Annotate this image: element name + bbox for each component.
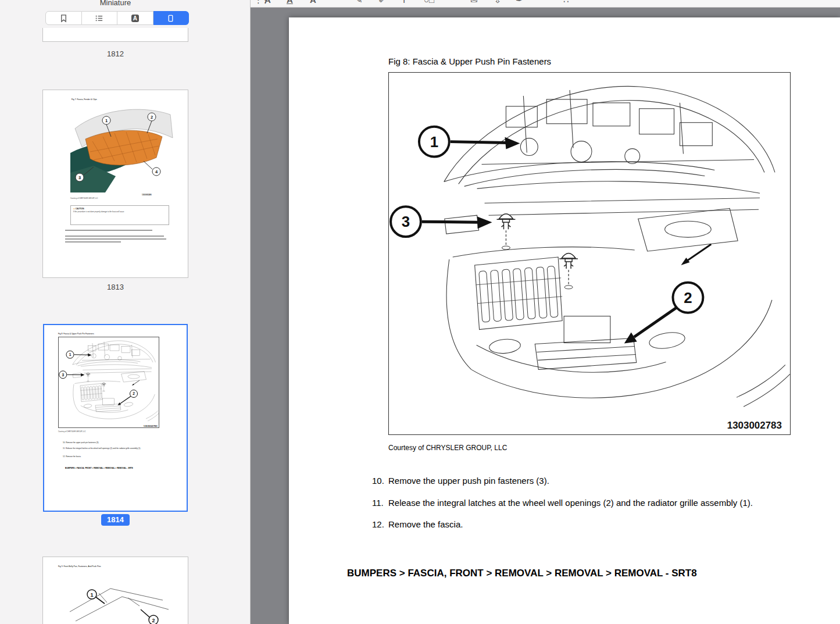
signature-icon[interactable]: ⇩ bbox=[494, 0, 502, 4]
more-tools-icon[interactable]: ∴ bbox=[563, 0, 569, 4]
mini-caution-box: ⚠ CAUTION: If this procedure is not done… bbox=[70, 205, 169, 225]
mini-fig8-courtesy: Courtesy of CHRYSLER GROUP, LLC bbox=[58, 430, 86, 433]
svg-text:1: 1 bbox=[105, 118, 108, 123]
note-icon[interactable]: ✉ bbox=[470, 0, 478, 4]
outline-tab[interactable] bbox=[82, 11, 118, 25]
bookmark-icon bbox=[59, 14, 68, 23]
document-area: ⋮⋮ A A A ✎ ✐ I ○□ ✉ ⇩ ✒ ∴ Fig 8: Fascia … bbox=[251, 0, 840, 624]
mini-step: 10. Remove the upper push pin fasteners … bbox=[63, 441, 169, 444]
page-thumbnail-next[interactable]: Fig 9: Front Belly Pan, Fasteners, And P… bbox=[42, 557, 188, 624]
underline-style-icon[interactable]: A bbox=[287, 0, 293, 4]
page-thumbnail-icon bbox=[166, 14, 175, 23]
mini-fig7-courtesy: Courtesy of CHRYSLER GROUP, LLC bbox=[70, 197, 98, 199]
figure-box bbox=[388, 72, 791, 435]
mini-step: 12. Remove the fascia. bbox=[63, 455, 169, 458]
text-style-icon[interactable]: A bbox=[264, 0, 271, 4]
thumbnail-sidebar: Miniature A bbox=[0, 0, 250, 624]
page-number-1812: 1812 bbox=[42, 49, 188, 58]
text-chip-icon: A bbox=[131, 15, 139, 22]
current-page-badge: 1814 bbox=[101, 514, 130, 526]
page-number-1813: 1813 bbox=[42, 283, 188, 291]
text-view-tab[interactable]: A bbox=[117, 11, 153, 25]
mini-text-line bbox=[65, 238, 166, 240]
pdf-page: Fig 8: Fascia & Upper Push Pin Fasteners… bbox=[289, 17, 840, 624]
mini-fig9-title: Fig 9: Front Belly Pan, Fasteners, And P… bbox=[58, 565, 101, 568]
courtesy-line: Courtesy of CHRYSLER GROUP, LLC bbox=[388, 444, 507, 452]
mini-text-line bbox=[65, 236, 164, 237]
svg-text:3: 3 bbox=[78, 175, 81, 180]
list-icon bbox=[95, 14, 103, 23]
svg-text:1: 1 bbox=[90, 592, 93, 598]
mini-step: 11. Release the integral latches at the … bbox=[63, 447, 169, 450]
fascia-diagram bbox=[389, 73, 790, 434]
thumbnails-tab[interactable] bbox=[153, 11, 190, 25]
sketch-pen-icon[interactable]: ✎ bbox=[355, 0, 363, 4]
text-selection-icon[interactable]: I bbox=[403, 0, 405, 4]
mini-fig9-illustration: 1 2 bbox=[58, 571, 172, 624]
sidebar-view-switcher: A bbox=[45, 11, 189, 25]
step-11: 11.Release the integral latches at the w… bbox=[372, 498, 753, 508]
mini-fig8-illustration bbox=[58, 337, 159, 428]
step-10: 10.Remove the upper push pin fasteners (… bbox=[372, 476, 549, 486]
draw-pen-icon[interactable]: ✒ bbox=[516, 0, 523, 4]
page-number-1814-row: 1814 bbox=[42, 514, 188, 526]
section-breadcrumb: BUMPERS > FASCIA, FRONT > REMOVAL > REMO… bbox=[347, 568, 697, 579]
shapes-icon[interactable]: ○□ bbox=[424, 0, 434, 4]
svg-text:2: 2 bbox=[152, 618, 155, 623]
mini-text-line bbox=[65, 241, 121, 243]
sidebar-title: Miniature bbox=[42, 0, 188, 7]
bookmarks-tab[interactable] bbox=[45, 11, 82, 25]
page-thumbnail-1814-selected[interactable]: Fig 8: Fascia & Upper Push Pin Fasteners… bbox=[43, 324, 188, 512]
figure-title: Fig 8: Fascia & Upper Push Pin Fasteners bbox=[388, 56, 551, 66]
mini-breadcrumb: BUMPERS > FASCIA, FRONT > REMOVAL > REMO… bbox=[65, 467, 133, 469]
font-style-icon[interactable]: A bbox=[310, 0, 316, 4]
mini-fig7-illustration: 1234 bbox=[70, 103, 174, 192]
mini-text-line bbox=[65, 230, 152, 231]
svg-text:2: 2 bbox=[151, 115, 153, 120]
mini-fig7-title: Fig 7: Fascia, Fender & Clips bbox=[72, 98, 97, 101]
mini-fig7-image-id: 1303005280 bbox=[142, 194, 152, 196]
mini-fig8-title: Fig 8: Fascia & Upper Push Pin Fasteners bbox=[58, 333, 94, 335]
step-12: 12.Remove the fascia. bbox=[372, 519, 463, 529]
page-thumbnail-1812[interactable] bbox=[42, 28, 188, 42]
page-thumbnail-1813[interactable]: Fig 7: Fascia, Fender & Clips 1234 bbox=[42, 90, 188, 278]
highlighter-icon[interactable]: ✐ bbox=[378, 0, 386, 4]
markup-toolbar: ⋮⋮ A A A ✎ ✐ I ○□ ✉ ⇩ ✒ ∴ bbox=[251, 0, 840, 8]
